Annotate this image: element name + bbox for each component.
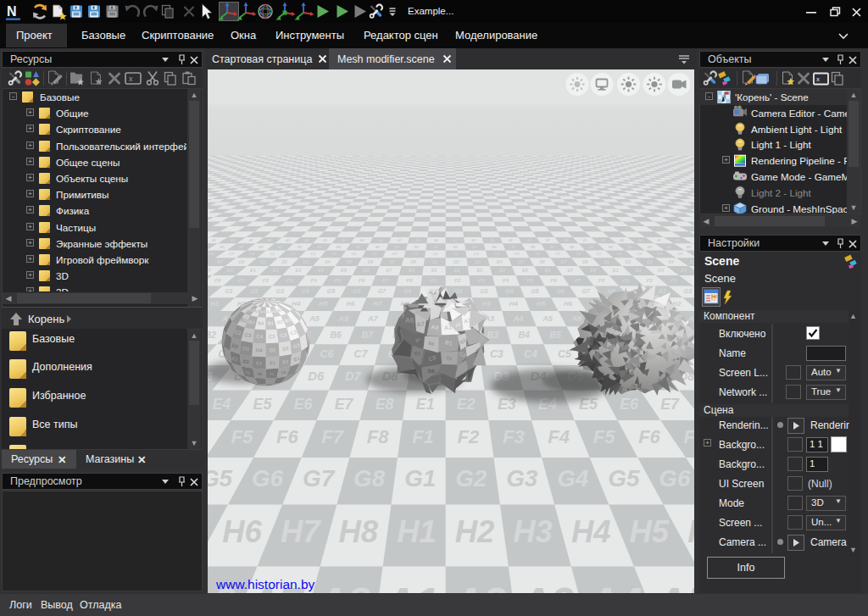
svg-text:F4: F4 bbox=[258, 372, 263, 376]
svg-text:N: N bbox=[7, 4, 17, 19]
svg-text:D1: D1 bbox=[269, 347, 276, 352]
svg-text:C1: C1 bbox=[269, 333, 276, 339]
svg-text:A3: A3 bbox=[253, 308, 260, 314]
svg-text:A1: A1 bbox=[266, 309, 272, 314]
svg-text:D8: D8 bbox=[427, 368, 435, 375]
svg-text:x: x bbox=[129, 75, 133, 83]
svg-text:E3: E3 bbox=[242, 358, 249, 364]
svg-text:A1: A1 bbox=[443, 323, 453, 331]
svg-text:www.historian.by: www.historian.by bbox=[215, 577, 315, 591]
svg-text:C4: C4 bbox=[256, 333, 264, 339]
svg-text:B4: B4 bbox=[258, 320, 264, 325]
svg-text:A4: A4 bbox=[260, 309, 266, 314]
svg-text:D4: D4 bbox=[255, 347, 263, 352]
svg-text:F1: F1 bbox=[270, 372, 275, 376]
svg-text:E2: E2 bbox=[282, 358, 289, 364]
svg-text:E4: E4 bbox=[256, 360, 262, 365]
svg-text:A7: A7 bbox=[416, 320, 425, 329]
svg-text:E1: E1 bbox=[270, 360, 275, 365]
svg-text:x: x bbox=[816, 75, 820, 83]
svg-text:B2: B2 bbox=[276, 319, 283, 325]
svg-text:A6: A6 bbox=[405, 316, 415, 325]
svg-text:B1: B1 bbox=[268, 320, 274, 325]
